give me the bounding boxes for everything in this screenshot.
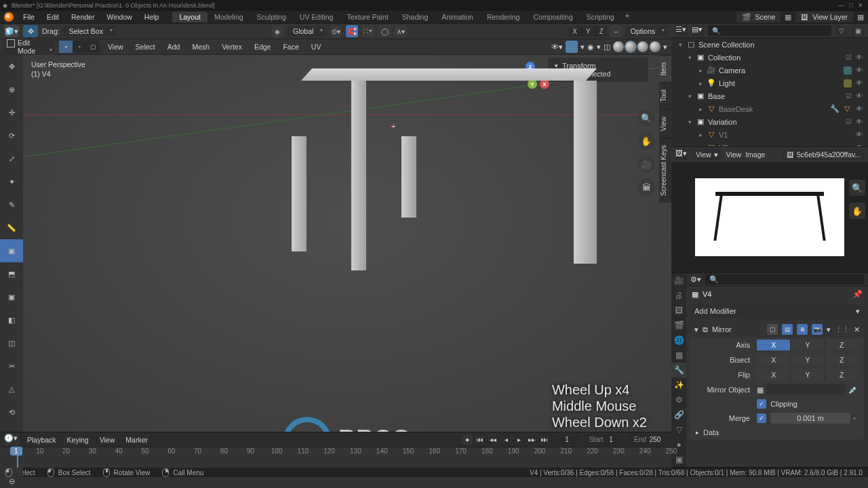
- outliner-display-mode-dropdown[interactable]: ▤▾: [692, 25, 704, 36]
- menu-add[interactable]: Add: [163, 43, 184, 51]
- tab-render[interactable]: 🎥: [671, 273, 686, 288]
- tab-scripting[interactable]: Scripting: [580, 12, 621, 22]
- tab-scene[interactable]: 🎬: [671, 318, 686, 333]
- tool-cursor-icon[interactable]: ✥: [23, 25, 38, 37]
- tab-compositing[interactable]: Compositing: [526, 12, 579, 22]
- row-camera[interactable]: ▸ Camera 👁: [671, 64, 868, 77]
- overlays-toggle[interactable]: ◉: [587, 43, 594, 52]
- ortho-toggle-button[interactable]: 🏛: [637, 178, 655, 196]
- prev-key-button[interactable]: ◂◂: [488, 435, 498, 445]
- xray-toggle[interactable]: ◫: [604, 43, 610, 52]
- img-zoom-button[interactable]: 🔍: [849, 180, 865, 196]
- timeline-ruler[interactable]: 0102030405060708090100110120130140150160…: [0, 447, 671, 468]
- next-key-button[interactable]: ▸▸: [526, 435, 537, 445]
- row-collection[interactable]: ▾ Collection ☑👁: [671, 51, 868, 64]
- menu-img-image[interactable]: Image: [745, 150, 765, 159]
- mod-show-viewport[interactable]: 🖥: [797, 324, 808, 335]
- playhead[interactable]: [17, 447, 18, 468]
- axis-x-toggle[interactable]: X: [757, 340, 791, 350]
- jump-end-button[interactable]: ⏭: [539, 435, 550, 445]
- menu-edge[interactable]: Edge: [250, 43, 275, 51]
- tool-measure[interactable]: 📏: [0, 216, 23, 239]
- properties-search[interactable]: 🔍: [705, 274, 864, 285]
- menu-render[interactable]: Render: [66, 13, 100, 21]
- tool-rotate[interactable]: ⟳: [0, 124, 23, 147]
- material-shading[interactable]: [637, 41, 648, 52]
- play-rev-button[interactable]: ◂: [500, 435, 511, 445]
- zoom-button[interactable]: 🔍: [637, 109, 655, 127]
- bisect-z-toggle[interactable]: Z: [825, 354, 859, 365]
- current-frame-field[interactable]: 1: [555, 434, 579, 446]
- face-select-mode[interactable]: ▢: [86, 41, 100, 53]
- tab-item[interactable]: Item: [659, 55, 671, 82]
- menu-file[interactable]: File: [18, 13, 40, 21]
- properties-editor-dropdown[interactable]: ⚙▾: [690, 275, 701, 284]
- tool-scale[interactable]: ⤢: [0, 147, 23, 170]
- scene-selector[interactable]: 🎬 Scene: [736, 12, 781, 23]
- tab-particles[interactable]: ✨: [671, 378, 686, 392]
- tool-polybuild[interactable]: △: [0, 378, 23, 401]
- proportional-edit-toggle[interactable]: ◯: [378, 25, 391, 37]
- merge-checkbox[interactable]: ✓: [757, 413, 766, 423]
- start-frame-field[interactable]: Start1: [584, 434, 623, 446]
- new-collection-button[interactable]: ▣: [852, 25, 864, 36]
- menu-view[interactable]: View: [104, 43, 127, 51]
- tab-world[interactable]: 🌐: [671, 333, 686, 348]
- tab-mesh[interactable]: ▽: [671, 422, 686, 437]
- tab-sculpting[interactable]: Sculpting: [250, 12, 293, 22]
- tool-transform[interactable]: ✦: [0, 170, 23, 193]
- add-modifier-dropdown[interactable]: Add Modifier▾: [690, 304, 864, 319]
- menu-marker[interactable]: Marker: [123, 436, 151, 444]
- tab-view[interactable]: View: [659, 109, 671, 138]
- tool-move[interactable]: ✢: [0, 101, 23, 124]
- image-canvas[interactable]: 🔍 ✋: [671, 162, 868, 272]
- viewlayer-browse-button[interactable]: ▦: [857, 13, 864, 22]
- edge-select-mode[interactable]: ▫: [73, 41, 86, 53]
- merge-anim-button[interactable]: •: [850, 414, 859, 422]
- tool-knife[interactable]: ✂: [0, 354, 23, 378]
- add-workspace-button[interactable]: +: [621, 12, 633, 22]
- tab-screencast-keys[interactable]: Screencast Keys: [659, 138, 671, 203]
- orientation-dropdown[interactable]: Global: [288, 26, 326, 37]
- autokey-toggle[interactable]: ●: [462, 435, 473, 445]
- mesh-automerge-toggle[interactable]: ↔: [610, 25, 623, 37]
- menu-help[interactable]: Help: [139, 13, 165, 21]
- breadcrumb-object[interactable]: V4: [703, 290, 711, 298]
- play-button[interactable]: ▸: [513, 435, 524, 445]
- pin-button[interactable]: 📌: [852, 289, 863, 299]
- menu-window[interactable]: Window: [101, 13, 137, 21]
- menu-img-view[interactable]: View: [726, 150, 742, 159]
- image-editor-type-dropdown[interactable]: 🖼▾: [675, 149, 688, 160]
- mod-show-editmode[interactable]: ▤: [782, 324, 793, 335]
- outliner-editor-dropdown[interactable]: ☰▾: [675, 25, 688, 36]
- menu-vertex[interactable]: Vertex: [218, 43, 246, 51]
- row-base[interactable]: ▾ Base ☑👁: [671, 89, 868, 102]
- tool-annotate[interactable]: ✎: [0, 193, 23, 216]
- axis-y-toggle[interactable]: Y: [791, 340, 825, 350]
- select-mode-dropdown[interactable]: Select Box: [64, 26, 115, 37]
- modifier-expand[interactable]: ▾: [694, 325, 698, 334]
- menu-keying[interactable]: Keying: [64, 436, 92, 444]
- tab-physics[interactable]: ⚙: [671, 392, 686, 407]
- menu-select[interactable]: Select: [132, 43, 159, 51]
- tab-viewlayer[interactable]: 🖼: [671, 303, 686, 318]
- snap-toggle[interactable]: 🧲: [346, 25, 358, 37]
- menu-playback[interactable]: Playback: [24, 436, 59, 444]
- menu-face[interactable]: Face: [279, 43, 302, 51]
- scene-browse-button[interactable]: ▦: [785, 13, 791, 22]
- viewlayer-selector[interactable]: 🖼 View Layer: [795, 12, 853, 22]
- snap-x[interactable]: X: [568, 26, 582, 37]
- merge-distance-field[interactable]: 0.001 m: [770, 413, 850, 424]
- minimize-button[interactable]: —: [837, 2, 846, 9]
- outliner[interactable]: ▾ Scene Collection ▾ Collection ☑👁 ▸ Cam…: [671, 38, 868, 146]
- row-basedesk[interactable]: ▸ BaseDesk🔧 👁: [671, 102, 868, 115]
- tab-uv-editing[interactable]: UV Editing: [293, 12, 340, 22]
- tab-tool[interactable]: Tool: [659, 82, 671, 108]
- tab-animation[interactable]: Animation: [435, 12, 480, 22]
- bisect-x-toggle[interactable]: X: [757, 354, 791, 365]
- tool-spin[interactable]: ⟲: [0, 401, 23, 424]
- menu-edit[interactable]: Edit: [41, 13, 64, 21]
- tab-object[interactable]: ▦: [671, 348, 686, 363]
- jump-start-button[interactable]: ⏮: [475, 435, 486, 445]
- tab-modeling[interactable]: Modeling: [208, 12, 250, 22]
